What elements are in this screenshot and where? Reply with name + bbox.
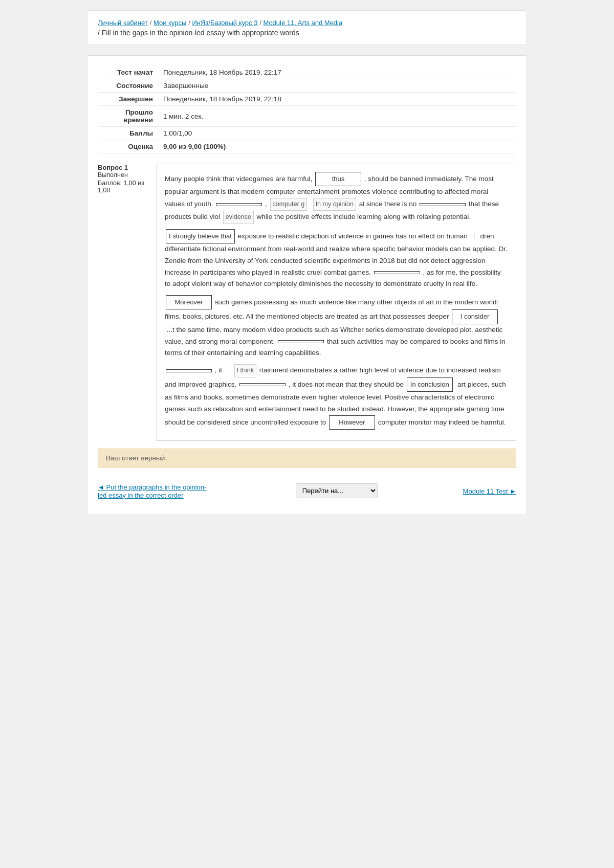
start-value: Понедельник, 18 Ноябрь 2019, 22:17 (159, 66, 516, 79)
question-block: Вопрос 1 Выполнен Баллов: 1,00 из 1,00 M… (98, 164, 516, 441)
grade-label: Оценка (98, 140, 159, 153)
gap-2 (216, 203, 262, 206)
state-value: Завершенные (159, 79, 516, 93)
nav-select[interactable]: Перейти на... (296, 483, 378, 498)
feedback-text: Ваш ответ верный. (106, 454, 167, 462)
elapsed-value: 1 мин. 2 сек. (159, 106, 516, 127)
essay-para-2: I strongly believe that exposure to real… (165, 229, 508, 291)
gap-9a (166, 369, 212, 372)
nav-prev[interactable]: ◄ Put the paragraphs in the opinion-led … (98, 483, 210, 499)
gap-4: I strongly believe that (166, 229, 235, 243)
i-think-label: I think (234, 364, 256, 377)
gap-8 (278, 340, 324, 343)
in-my-opinion-label: In my opinion (313, 198, 356, 211)
state-label: Состояние (98, 79, 159, 93)
essay-para-3: Moreover such games possessing as much v… (165, 295, 508, 359)
gap-9b (225, 370, 230, 372)
finish-label: Завершен (98, 93, 159, 106)
answer-feedback: Ваш ответ верный. (98, 449, 516, 468)
breadcrumb-courses[interactable]: Мои курсы (154, 19, 186, 27)
question-meta: Вопрос 1 Выполнен Баллов: 1,00 из 1,00 (98, 164, 149, 441)
gap-12: However (329, 415, 375, 430)
score-label: Баллы (98, 127, 159, 140)
gap-1: thus (315, 172, 361, 186)
breadcrumb-course[interactable]: ИнЯз/Базовый курс 3 (192, 19, 257, 27)
finish-value: Понедельник, 18 Ноябрь 2019, 22:18 (159, 93, 516, 106)
gap-11: In conclusion (407, 377, 453, 392)
gap-3 (420, 203, 466, 206)
question-score: Баллов: 1,00 из 1,00 (98, 180, 149, 194)
gap-7: I consider (452, 309, 498, 324)
essay-para-1: Many people think that videogames are ha… (165, 172, 508, 224)
essay-para-4: , it I think rtainment demonstrates a ra… (165, 364, 508, 429)
start-label: Тест начат (98, 66, 159, 79)
prev-link[interactable]: ◄ Put the paragraphs in the opinion-led … (98, 483, 206, 499)
gap-6: Moreover (166, 295, 212, 309)
breadcrumb-current[interactable]: Fill in the gaps in the opinion-led essa… (102, 29, 299, 37)
gap-5 (374, 271, 420, 274)
question-content: Many people think that videogames are ha… (157, 164, 516, 441)
nav-select-wrapper[interactable]: Перейти на... (296, 483, 378, 498)
gap-4b: | (471, 230, 477, 242)
gap-10 (239, 383, 286, 386)
score-value: 1,00/1,00 (159, 127, 516, 140)
bottom-nav: ◄ Put the paragraphs in the opinion-led … (98, 478, 516, 504)
breadcrumb-module[interactable]: Module 11. Arts and Media (264, 19, 343, 27)
elapsed-label: Прошло времени (98, 106, 159, 127)
evidence-label: evidence (223, 211, 254, 224)
next-link[interactable]: Module 11 Test ► (463, 487, 516, 495)
nav-next[interactable]: Module 11 Test ► (463, 487, 516, 495)
question-status: Выполнен (98, 171, 149, 179)
computer-g-label: computer g (270, 198, 308, 211)
question-number: Вопрос 1 (98, 164, 149, 171)
test-info-table: Тест начат Понедельник, 18 Ноябрь 2019, … (98, 66, 516, 153)
grade-value: 9,00 из 9,00 (100%) (159, 140, 516, 153)
breadcrumb-home[interactable]: Личный кабинет (98, 19, 148, 27)
